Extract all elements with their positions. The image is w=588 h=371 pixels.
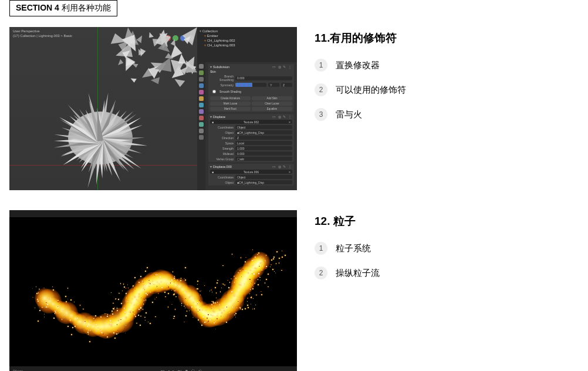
list-item: 2 可以使用的修饰符 — [315, 83, 579, 96]
list-label: 操纵粒子流 — [336, 268, 380, 279]
block-heading-12: 12. 粒子 — [315, 214, 579, 229]
block-heading-11: 11.有用的修饰符 — [315, 31, 579, 46]
list-number: 1 — [315, 242, 327, 255]
section-tag: SECTION 4 利用各种功能 — [9, 0, 117, 16]
blender-screenshot: User Perspective (17) Collection | Light… — [9, 27, 297, 190]
outliner: ▾ Collection ▿ Emitter ▿ CH_Lightning.00… — [197, 27, 297, 62]
list-label: 粒子系统 — [336, 243, 371, 254]
list-item: 2 操纵粒子流 — [315, 267, 579, 279]
list-number: 1 — [315, 59, 327, 72]
viewport-label: User Perspective (17) Collection | Light… — [13, 29, 72, 39]
list-number: 2 — [315, 83, 327, 96]
properties-panel: ▾Subdivision▭ ◍ ✎ ⋮ Skin Branch Smoothin… — [197, 62, 297, 190]
modifier-displace: ▾Displace▭ ◍ ✎ ⋮ ■ Texture.002 × Coordin… — [208, 114, 294, 162]
section-title: 利用各种功能 — [62, 3, 111, 12]
viewport: User Perspective (17) Collection | Light… — [9, 27, 197, 190]
particle-render: Rforce ⏮ ◀ ▶ ⏭ ⏺ ◯ ⟲ — [9, 210, 297, 371]
list-number: 2 — [315, 267, 327, 279]
list-label: 雷与火 — [336, 109, 362, 120]
section-label: SECTION 4 — [16, 3, 59, 12]
list-item: 1 粒子系统 — [315, 242, 579, 255]
list-number: 3 — [315, 108, 327, 121]
list-label: 可以使用的修饰符 — [336, 85, 406, 96]
list-item: 3 雷与火 — [315, 108, 579, 121]
modifier-displace-2: ▾Displace.000▭ ◍ ✎ ⋮ ■ Texture.006 × Coo… — [208, 164, 294, 186]
modifier-subdivision: ▾Subdivision▭ ◍ ✎ ⋮ Skin Branch Smoothin… — [208, 64, 294, 112]
list-label: 置换修改器 — [336, 60, 380, 71]
list-item: 1 置换修改器 — [315, 59, 579, 72]
